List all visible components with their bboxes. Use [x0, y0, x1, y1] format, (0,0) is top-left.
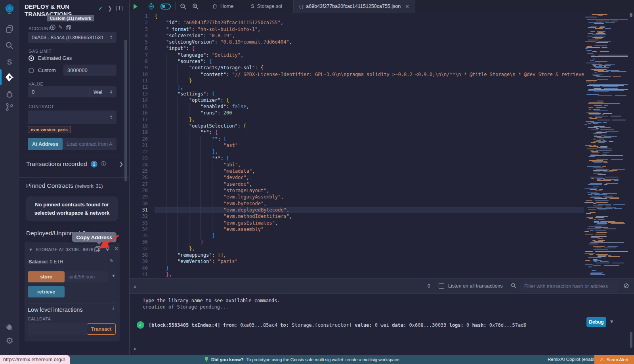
- stepper-icon[interactable]: ▲▼: [110, 35, 113, 40]
- code-line[interactable]: 6"input": {: [130, 45, 634, 51]
- filter-transactions-input[interactable]: Filter with transaction hash or address: [520, 280, 618, 292]
- stepper-icon[interactable]: ▲▼: [110, 115, 113, 120]
- code-line[interactable]: 26"devdoc",: [130, 174, 634, 181]
- store-arg-input[interactable]: uint256 num: [65, 271, 108, 282]
- clear-terminal-icon[interactable]: [623, 283, 629, 290]
- scam-alert-badge[interactable]: ⚠ Scam Alert: [594, 355, 634, 364]
- code-line[interactable]: 39"evmVersion": "paris": [130, 258, 634, 265]
- search-icon[interactable]: [0, 39, 19, 52]
- zoom-out-icon[interactable]: [177, 0, 189, 13]
- code-line[interactable]: 34"evm.assembly": [130, 226, 634, 233]
- code-line[interactable]: 27"userdoc",: [130, 181, 634, 187]
- chevron-right-icon[interactable]: ❯: [119, 161, 123, 167]
- solidity-compiler-icon[interactable]: S: [0, 55, 19, 69]
- file-explorer-icon[interactable]: [0, 22, 19, 36]
- code-line[interactable]: 40}: [130, 265, 634, 271]
- code-line[interactable]: 32"evm.methodIdentifiers",: [130, 213, 634, 219]
- gas-custom-input[interactable]: 3000000: [63, 65, 116, 76]
- copilot-toggle-icon[interactable]: [158, 0, 174, 13]
- contract-select[interactable]: ▲▼: [28, 111, 116, 124]
- copy-address-icon[interactable]: [94, 246, 100, 253]
- code-line[interactable]: 11}: [130, 78, 634, 84]
- info-icon[interactable]: ⓘ: [101, 160, 106, 168]
- code-line[interactable]: 14"optimizer": {: [130, 97, 634, 103]
- code-line[interactable]: 41},: [130, 271, 634, 278]
- run-script-icon[interactable]: [130, 0, 141, 13]
- transaction-log-line[interactable]: [block:5583405 txIndex:4] from: 0xa03...…: [149, 322, 527, 328]
- gas-estimated-option[interactable]: Estimated Gas: [29, 55, 72, 61]
- debug-button[interactable]: Debug: [586, 317, 606, 327]
- code-line[interactable]: 19"*": {: [130, 129, 634, 135]
- code-line[interactable]: 20"": [: [130, 136, 634, 142]
- copy-account-icon[interactable]: [66, 25, 71, 32]
- git-branch-icon[interactable]: [0, 100, 19, 114]
- panel-scrollbar[interactable]: [124, 40, 127, 181]
- chevron-right-icon[interactable]: ❯: [108, 6, 112, 11]
- plugin-manager-icon[interactable]: [0, 321, 19, 334]
- code-line[interactable]: 10"content": "// SPDX-License-Identifier…: [130, 71, 634, 78]
- tab-storage-sol[interactable]: S Storage.sol: [245, 0, 288, 13]
- code-line[interactable]: 5"solcLongVersion": "0.8.19+commit.7dd6d…: [130, 39, 634, 45]
- collapse-terminal-icon[interactable]: »: [132, 285, 139, 288]
- code-line[interactable]: 35]: [130, 233, 634, 239]
- code-line[interactable]: 18"outputSelection": {: [130, 123, 634, 129]
- radio-selected-icon[interactable]: [29, 55, 34, 61]
- value-input[interactable]: 0: [28, 86, 89, 97]
- zoom-in-icon[interactable]: [189, 0, 202, 13]
- stepper-icon[interactable]: ▲▼: [110, 90, 113, 95]
- account-select[interactable]: 0xA03...85ac4 (0.39866531531 ▲▼: [28, 32, 116, 43]
- code-line[interactable]: 23"*": [: [130, 155, 634, 162]
- tab-home[interactable]: Home: [206, 0, 239, 13]
- code-line[interactable]: 28"storageLayout",: [130, 187, 634, 194]
- retrieve-button[interactable]: retrieve: [28, 286, 65, 297]
- code-line[interactable]: 9"contracts/Storage.sol": {: [130, 65, 634, 71]
- code-line[interactable]: 12},: [130, 84, 634, 90]
- code-line[interactable]: 38"remappings": [],: [130, 252, 634, 258]
- editor-scrollbar[interactable]: [630, 13, 632, 17]
- code-line[interactable]: 8"sources": {: [130, 58, 634, 65]
- pin-panel-icon[interactable]: [116, 6, 122, 11]
- code-line[interactable]: 13"settings": {: [130, 91, 634, 97]
- copilot-status[interactable]: RemixAI Copilot (enabled): [548, 357, 601, 362]
- code-line[interactable]: 3"_format": "hh-sol-build-info-1",: [130, 26, 634, 32]
- expand-args-chevron-icon[interactable]: ▼: [111, 273, 116, 278]
- editor-minimap[interactable]: [584, 13, 629, 278]
- code-line[interactable]: 37},: [130, 246, 634, 252]
- tab-json-active[interactable]: { } a69b43f277ba20fcac141151250ca755.jso…: [293, 0, 415, 13]
- code-line[interactable]: 4"solcVersion": "0.8.19",: [130, 32, 634, 39]
- at-address-button[interactable]: At Address: [28, 138, 63, 150]
- debugger-icon[interactable]: [0, 88, 19, 101]
- code-line[interactable]: 1{: [130, 13, 634, 19]
- gas-custom-option[interactable]: Custom: [29, 67, 56, 73]
- listen-checkbox[interactable]: [439, 283, 444, 289]
- code-editor[interactable]: 1{2"id": "a69b43f277ba20fcac141151250ca7…: [130, 13, 634, 278]
- code-line[interactable]: 15"enabled": false,: [130, 103, 634, 110]
- code-line[interactable]: 17},: [130, 116, 634, 123]
- transactions-recorded-row[interactable]: Transactions recorded 1 ⓘ ❯: [26, 160, 123, 168]
- code-line[interactable]: 30"evm.bytecode",: [130, 200, 634, 207]
- info-icon[interactable]: i: [113, 306, 114, 312]
- add-account-icon[interactable]: [50, 25, 55, 32]
- load-address-input[interactable]: Load contract from Addre: [63, 138, 116, 150]
- terminal-prompt[interactable]: >: [134, 346, 136, 352]
- calldata-input[interactable]: [28, 323, 87, 335]
- code-line[interactable]: 36}: [130, 239, 634, 245]
- edit-balance-icon[interactable]: ✎: [109, 258, 114, 264]
- code-line[interactable]: 16"runs": 200: [130, 110, 634, 116]
- ai-copilot-robot-icon[interactable]: [145, 0, 158, 13]
- value-unit-select[interactable]: Wei ▲▼: [89, 86, 116, 97]
- code-line[interactable]: 31"evm.deployedBytecode",: [130, 207, 634, 213]
- code-line[interactable]: 21"ast": [130, 142, 634, 149]
- edit-account-icon[interactable]: ✎: [58, 24, 63, 30]
- collapse-chevron-icon[interactable]: ▼: [29, 247, 33, 252]
- remix-logo-icon[interactable]: [0, 2, 19, 16]
- code-line[interactable]: 2"id": "a69b43f277ba20fcac141151250ca755…: [130, 19, 634, 26]
- code-line[interactable]: 33"evm.gasEstimates",: [130, 220, 634, 226]
- code-line[interactable]: 25"metadata",: [130, 168, 634, 174]
- transact-button[interactable]: Transact: [87, 323, 116, 335]
- radio-unselected-icon[interactable]: [29, 68, 34, 73]
- code-line[interactable]: 22],: [130, 149, 634, 155]
- pin-contract-icon[interactable]: [105, 246, 111, 253]
- terminal-scrollbar[interactable]: [630, 332, 632, 348]
- close-tab-icon[interactable]: ✕: [405, 4, 409, 10]
